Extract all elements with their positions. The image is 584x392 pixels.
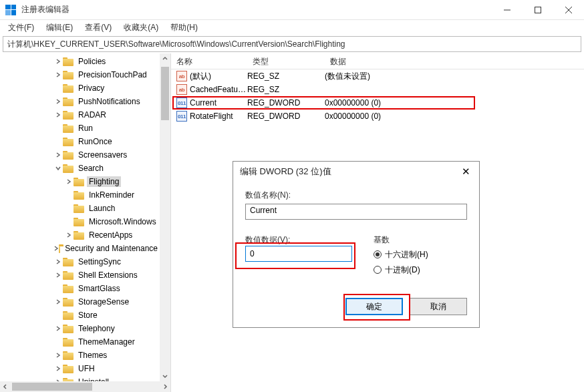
ok-button[interactable]: 确定: [345, 298, 403, 315]
tree-item-label: Themes: [76, 350, 109, 361]
tree-item[interactable]: ThemeManager: [0, 335, 160, 349]
menu-help[interactable]: 帮助(H): [165, 21, 203, 35]
chevron-right-icon[interactable]: [53, 246, 59, 251]
value-data-input[interactable]: [245, 246, 352, 262]
tree-item[interactable]: Store: [0, 309, 160, 322]
tree-item[interactable]: RunOnce: [0, 135, 160, 148]
tree-item[interactable]: Themes: [0, 349, 160, 362]
app-icon: [5, 5, 16, 15]
chevron-right-icon[interactable]: [53, 152, 63, 158]
value-name: CachedFeature...: [190, 85, 247, 94]
chevron-right-icon[interactable]: [53, 299, 63, 305]
svg-rect-0: [535, 7, 541, 13]
chevron-right-icon[interactable]: [64, 179, 74, 184]
value-type: REG_SZ: [247, 71, 325, 81]
value-name-field: Current: [245, 204, 467, 220]
menu-file[interactable]: 文件(F): [3, 21, 39, 35]
scroll-thumb-h[interactable]: [12, 383, 92, 391]
tree-item[interactable]: PrecisionTouchPad: [0, 68, 160, 81]
menu-fav[interactable]: 收藏夹(A): [118, 21, 164, 35]
tree-item[interactable]: Microsoft.Windows: [0, 215, 160, 228]
close-button[interactable]: [553, 0, 584, 19]
address-bar[interactable]: 计算机\HKEY_CURRENT_USER\Software\Microsoft…: [3, 36, 581, 52]
tree-item[interactable]: RecentApps: [0, 228, 160, 242]
chevron-right-icon[interactable]: [53, 112, 63, 118]
menubar: 文件(F) 编辑(E) 查看(V) 收藏夹(A) 帮助(H): [0, 20, 584, 35]
tree-item-label: Shell Extensions: [76, 270, 140, 280]
tree-item[interactable]: Search: [0, 162, 160, 175]
tree-item-label: SettingSync: [76, 256, 123, 267]
chevron-right-icon[interactable]: [53, 99, 63, 104]
list-row[interactable]: ab(默认)REG_SZ(数值未设置): [171, 69, 584, 83]
tree-item[interactable]: StorageSense: [0, 295, 160, 309]
tree-item[interactable]: InkReminder: [0, 188, 160, 202]
value-type: REG_DWORD: [247, 112, 325, 121]
tree-h-scrollbar[interactable]: [0, 381, 170, 392]
tree-item[interactable]: RADAR: [0, 108, 160, 122]
folder-icon: [74, 231, 84, 240]
value-data: 0x00000000 (0): [325, 112, 584, 121]
tree-v-scrollbar[interactable]: [160, 53, 170, 381]
tree-item[interactable]: Security and Maintenance: [0, 242, 160, 255]
tree-pane: PoliciesPrecisionTouchPadPrivacyPushNoti…: [0, 53, 171, 392]
col-name[interactable]: 名称: [171, 53, 247, 69]
tree-item[interactable]: Launch: [0, 202, 160, 215]
chevron-right-icon[interactable]: [64, 232, 74, 238]
folder-icon: [63, 124, 74, 133]
tree-item[interactable]: Policies: [0, 55, 160, 68]
dialog-close-button[interactable]: ✕: [452, 162, 479, 182]
chevron-right-icon[interactable]: [53, 353, 63, 358]
chevron-right-icon[interactable]: [53, 72, 63, 77]
col-data[interactable]: 数据: [325, 53, 584, 69]
tree[interactable]: PoliciesPrecisionTouchPadPrivacyPushNoti…: [0, 53, 160, 381]
minimize-button[interactable]: [492, 0, 523, 19]
folder-icon: [63, 271, 74, 280]
tree-item[interactable]: Privacy: [0, 81, 160, 95]
tree-item[interactable]: Flighting: [0, 175, 160, 188]
folder-icon: [59, 244, 60, 253]
chevron-right-icon[interactable]: [53, 366, 63, 371]
window-controls: [492, 0, 584, 19]
tree-item[interactable]: Telephony: [0, 322, 160, 335]
col-type[interactable]: 类型: [247, 53, 325, 69]
chevron-right-icon[interactable]: [53, 59, 63, 64]
chevron-right-icon[interactable]: [53, 259, 63, 264]
dword-value-icon: 011: [176, 97, 187, 108]
dialog-body: 数值名称(N): Current 数值数据(V): 基数 十六进制(H) 十进制…: [233, 182, 479, 298]
menu-edit[interactable]: 编辑(E): [41, 21, 78, 35]
tree-item[interactable]: Screensavers: [0, 148, 160, 162]
tree-item[interactable]: Uninstall: [0, 375, 160, 381]
menu-view[interactable]: 查看(V): [80, 21, 117, 35]
tree-item[interactable]: SettingSync: [0, 255, 160, 268]
tree-item[interactable]: Shell Extensions: [0, 268, 160, 282]
tree-item-label: Screensavers: [76, 150, 129, 160]
list-body[interactable]: ab(默认)REG_SZ(数值未设置)abCachedFeature...REG…: [171, 69, 584, 123]
radio-hex[interactable]: 十六进制(H): [374, 248, 467, 261]
tree-item[interactable]: UFH: [0, 362, 160, 375]
list-row[interactable]: 011RotateFlightREG_DWORD0x00000000 (0): [171, 110, 584, 123]
chevron-right-icon[interactable]: [53, 326, 63, 331]
scroll-down-icon[interactable]: [160, 371, 170, 381]
radio-dec[interactable]: 十进制(D): [374, 263, 467, 276]
list-row[interactable]: 011CurrentREG_DWORD0x00000000 (0): [171, 96, 584, 110]
folder-icon: [63, 57, 74, 66]
tree-item[interactable]: SmartGlass: [0, 282, 160, 295]
tree-item[interactable]: PushNotifications: [0, 95, 160, 108]
tree-item-label: InkReminder: [87, 190, 136, 200]
tree-item-label: Uninstall: [76, 377, 111, 381]
maximize-button[interactable]: [523, 0, 553, 19]
value-name-label: 数值名称(N):: [245, 190, 467, 201]
list-row[interactable]: abCachedFeature...REG_SZ: [171, 83, 584, 96]
radio-dec-indicator: [374, 266, 382, 274]
tree-item[interactable]: Run: [0, 122, 160, 135]
scroll-up-icon[interactable]: [160, 53, 170, 64]
string-value-icon: ab: [176, 84, 187, 95]
scroll-thumb[interactable]: [161, 67, 169, 120]
cancel-button[interactable]: 取消: [410, 298, 467, 315]
chevron-right-icon[interactable]: [53, 272, 63, 278]
scroll-right-icon[interactable]: [160, 381, 170, 392]
scroll-left-icon[interactable]: [0, 381, 11, 392]
radio-dec-label: 十进制(D): [385, 264, 420, 276]
folder-icon: [63, 164, 74, 173]
chevron-down-icon[interactable]: [53, 166, 63, 171]
